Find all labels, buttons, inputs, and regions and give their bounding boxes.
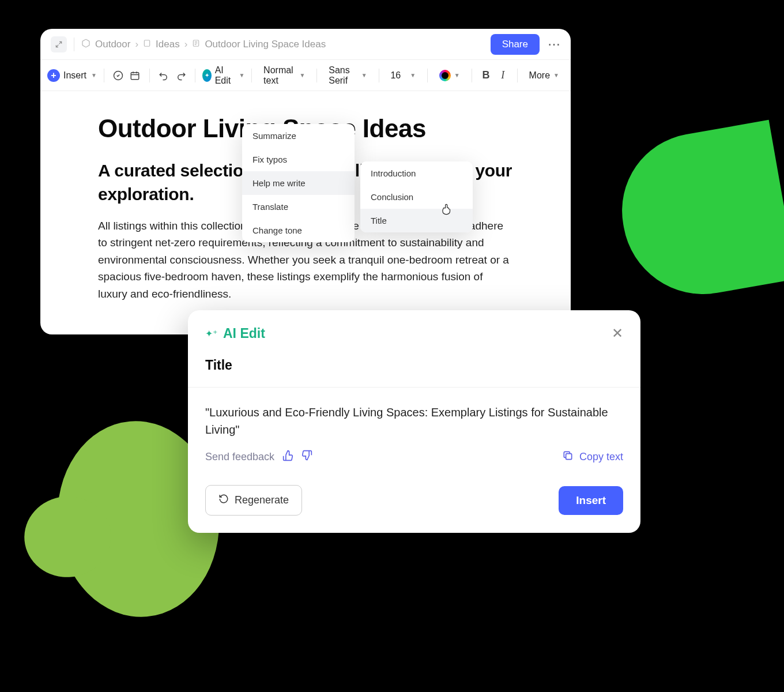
chevron-down-icon: ▼: [454, 72, 460, 78]
ai-edit-button[interactable]: ✦ AI Edit ▼: [202, 65, 244, 86]
help-write-submenu: Introduction Conclusion Title: [360, 161, 473, 232]
thumbs-down-icon[interactable]: [301, 450, 312, 464]
document-icon: [192, 39, 200, 49]
ai-generated-text: "Luxurious and Eco-Friendly Living Space…: [188, 388, 640, 450]
divider: [195, 69, 195, 82]
menu-item-translate[interactable]: Translate: [242, 195, 355, 219]
style-label: Normal text: [263, 65, 296, 86]
font-size-select[interactable]: 16 ▼: [386, 70, 420, 81]
copy-icon: [562, 450, 574, 464]
divider: [472, 69, 472, 82]
ai-panel-title: AI Edit: [223, 326, 612, 341]
chevron-down-icon: ▼: [91, 72, 97, 78]
undo-icon[interactable]: [157, 66, 171, 85]
divider: [149, 69, 150, 82]
checkmark-icon[interactable]: [111, 66, 126, 85]
ai-edit-label: AI Edit: [215, 65, 235, 86]
ai-panel-header: ✦⁺ AI Edit ✕: [188, 310, 640, 352]
ai-feedback-row: Send feedback Copy text: [188, 450, 640, 476]
font-family-select[interactable]: Sans Serif ▼: [324, 65, 371, 86]
thumbs-up-icon[interactable]: [282, 450, 294, 464]
insert-label: Insert: [63, 70, 86, 81]
menu-item-fix-typos[interactable]: Fix typos: [242, 148, 355, 171]
font-label: Sans Serif: [329, 65, 358, 86]
share-button[interactable]: Share: [491, 34, 540, 55]
font-size-value: 16: [390, 70, 401, 81]
regenerate-label: Regenerate: [235, 494, 289, 506]
divider: [316, 69, 317, 82]
close-icon[interactable]: ✕: [612, 325, 623, 341]
chevron-right-icon: ›: [135, 39, 138, 50]
box-icon: [81, 39, 91, 50]
divider: [379, 69, 379, 82]
sparkle-icon: ✦: [202, 69, 212, 82]
chevron-right-icon: ›: [184, 39, 188, 50]
sparkle-icon: ✦⁺: [205, 328, 217, 339]
feedback-label: Send feedback: [205, 451, 274, 463]
svg-rect-6: [131, 72, 140, 79]
ai-actions-row: Regenerate Insert: [188, 476, 640, 533]
chevron-down-icon: ▼: [239, 72, 244, 78]
text-style-select[interactable]: Normal text ▼: [259, 65, 310, 86]
calendar-icon[interactable]: [128, 66, 142, 85]
topbar: Outdoor › Ideas › Outdoor Living Space I…: [40, 29, 571, 60]
breadcrumb-level3[interactable]: Outdoor Living Space Ideas: [205, 39, 326, 50]
redo-icon[interactable]: [174, 66, 188, 85]
document-editor-card: Outdoor › Ideas › Outdoor Living Space I…: [40, 29, 571, 334]
cursor-pointer-icon: [441, 203, 453, 218]
divider: [251, 69, 252, 82]
ai-edit-panel: ✦⁺ AI Edit ✕ Title "Luxurious and Eco-Fr…: [188, 310, 640, 533]
expand-icon[interactable]: [51, 36, 67, 52]
divider: [74, 37, 74, 51]
menu-item-help-me-write[interactable]: Help me write: [242, 171, 355, 195]
menu-item-summarize[interactable]: Summarize: [242, 124, 355, 148]
page-icon: [143, 39, 151, 49]
insert-button[interactable]: Insert: [559, 486, 623, 515]
divider: [104, 69, 104, 82]
chevron-down-icon: ▼: [553, 72, 559, 78]
chevron-down-icon: ▼: [300, 72, 306, 78]
insert-button[interactable]: + Insert ▼: [47, 69, 97, 82]
svg-rect-10: [566, 454, 572, 460]
breadcrumb-level1[interactable]: Outdoor: [95, 39, 130, 50]
divider: [517, 69, 518, 82]
submenu-item-title[interactable]: Title: [360, 209, 473, 232]
breadcrumb-level2[interactable]: Ideas: [156, 39, 180, 50]
color-swatch-icon: [439, 70, 451, 81]
menu-item-change-tone[interactable]: Change tone: [242, 219, 355, 242]
more-menu-icon[interactable]: ⋯: [548, 37, 560, 52]
submenu-item-introduction[interactable]: Introduction: [360, 161, 473, 185]
formatting-toolbar: + Insert ▼ ✦ AI Edit ▼ Normal text ▼: [40, 60, 571, 91]
more-formatting-button[interactable]: More ▼: [525, 70, 564, 81]
regenerate-button[interactable]: Regenerate: [205, 485, 302, 516]
submenu-item-conclusion[interactable]: Conclusion: [360, 185, 473, 209]
copy-text-button[interactable]: Copy text: [562, 450, 623, 464]
chevron-down-icon: ▼: [410, 72, 416, 78]
bold-button[interactable]: B: [478, 66, 493, 85]
more-label: More: [529, 70, 550, 81]
svg-rect-0: [144, 40, 149, 47]
plus-icon: +: [47, 69, 60, 82]
italic-button[interactable]: I: [496, 66, 510, 85]
decorative-blob-leaf: [610, 120, 784, 307]
divider: [427, 69, 428, 82]
color-picker[interactable]: ▼: [435, 70, 465, 81]
ai-section-title: Title: [188, 352, 640, 387]
ai-edit-menu: Summarize Fix typos Help me write Transl…: [242, 124, 355, 242]
copy-text-label: Copy text: [579, 451, 623, 463]
chevron-down-icon: ▼: [361, 72, 367, 78]
breadcrumb: Outdoor › Ideas › Outdoor Living Space I…: [81, 39, 326, 50]
refresh-icon: [218, 494, 229, 507]
